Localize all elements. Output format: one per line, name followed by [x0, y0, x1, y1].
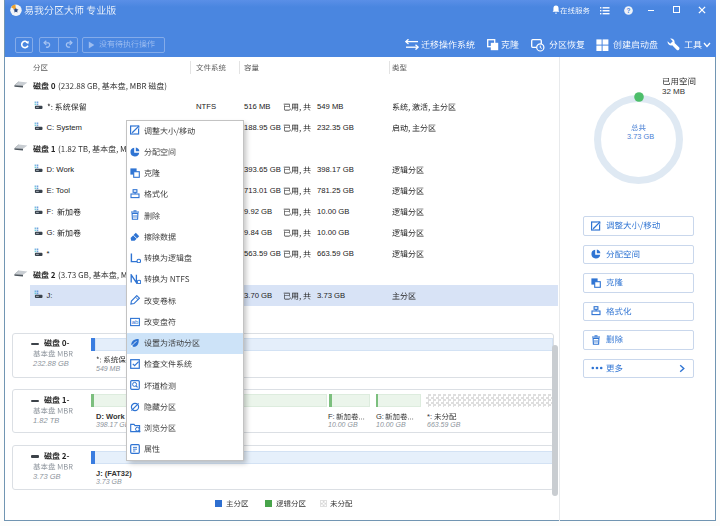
svg-text:ab: ab: [131, 319, 138, 325]
svg-text:?: ?: [627, 7, 631, 14]
